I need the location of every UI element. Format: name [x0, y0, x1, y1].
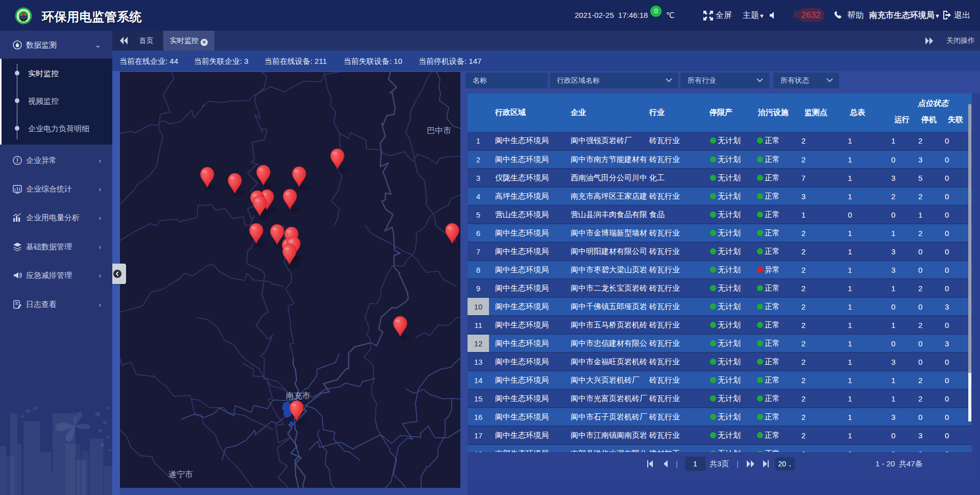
svg-text:遂宁市: 遂宁市 — [168, 470, 193, 479]
svg-text:巴中市: 巴中市 — [427, 126, 451, 135]
svg-text:南充市: 南充市 — [286, 391, 310, 400]
